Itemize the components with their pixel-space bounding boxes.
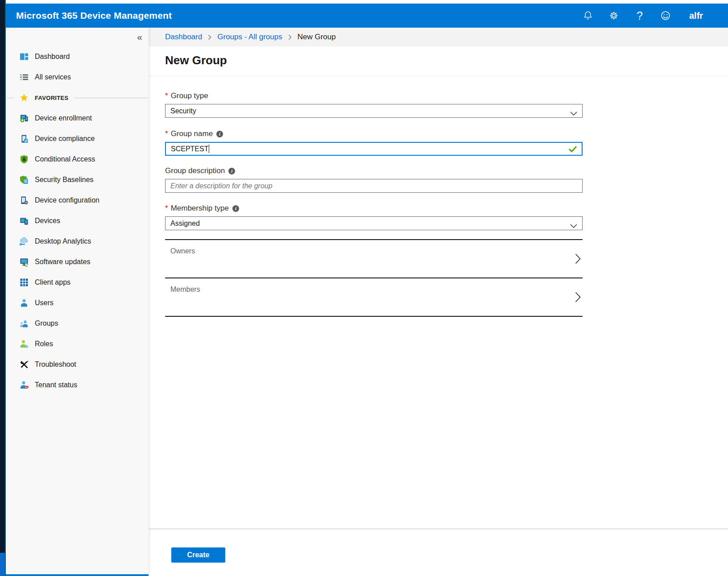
- portal-edge-strip-bottom: [0, 553, 5, 576]
- account-user-name[interactable]: alfr: [689, 11, 728, 21]
- group-type-value: Security: [170, 107, 196, 115]
- device-enrollment-icon: [19, 113, 29, 124]
- sidebar-item-label: Users: [35, 299, 54, 307]
- sidebar-item-device-enrollment[interactable]: Device enrollment: [7, 108, 149, 128]
- sidebar-item-label: Software updates: [35, 258, 91, 266]
- sidebar-item-label: Tenant status: [35, 381, 77, 389]
- sidebar: « Dashboard: [7, 28, 149, 574]
- star-icon: [19, 93, 29, 103]
- help-icon[interactable]: ?: [627, 4, 653, 28]
- chevron-down-icon: [570, 109, 577, 117]
- group-name-field: * Group name i SCEPTEST: [165, 129, 583, 156]
- info-icon[interactable]: i: [216, 131, 223, 137]
- chevron-right-icon: [575, 292, 581, 304]
- group-description-label: Group description i: [165, 166, 583, 175]
- client-apps-icon: [19, 278, 29, 288]
- sidebar-item-label: Device enrollment: [35, 114, 92, 122]
- app-title[interactable]: Microsoft 365 Device Management: [16, 10, 172, 21]
- required-asterisk: *: [165, 129, 168, 138]
- groups-icon: [19, 319, 29, 329]
- sidebar-item-conditional-access[interactable]: Conditional Access: [7, 149, 149, 170]
- sidebar-item-device-compliance[interactable]: Device compliance: [7, 128, 149, 149]
- text-caret: [209, 145, 209, 153]
- sidebar-item-groups[interactable]: Groups: [7, 313, 149, 334]
- sidebar-item-all-services[interactable]: All services: [7, 67, 149, 87]
- membership-type-value: Assigned: [170, 220, 200, 228]
- sidebar-item-label: All services: [35, 73, 71, 81]
- users-icon: [19, 298, 29, 308]
- feedback-smiley-icon[interactable]: [653, 4, 678, 28]
- group-description-placeholder: Enter a description for the group: [170, 182, 273, 190]
- troubleshoot-icon: [19, 360, 29, 370]
- sidebar-bottom-accent: [0, 574, 149, 576]
- sidebar-item-desktop-analytics[interactable]: Desktop Analytics: [7, 231, 149, 252]
- group-type-select[interactable]: Security: [165, 104, 583, 118]
- devices-icon: [19, 216, 29, 226]
- membership-type-label: * Membership type i: [165, 204, 583, 213]
- info-icon[interactable]: i: [228, 168, 235, 174]
- sidebar-item-label: Roles: [35, 340, 53, 348]
- roles-icon: [19, 339, 29, 349]
- membership-type-select[interactable]: Assigned: [165, 216, 583, 230]
- group-type-field: * Group type Security: [165, 91, 583, 118]
- sidebar-item-tenant-status[interactable]: Tenant status: [7, 375, 149, 395]
- sidebar-item-label: Device configuration: [35, 196, 99, 204]
- breadcrumb-groups-all-groups[interactable]: Groups - All groups: [217, 33, 282, 41]
- chevron-down-icon: [570, 222, 577, 230]
- sidebar-item-client-apps[interactable]: Client apps: [7, 272, 149, 293]
- group-type-label: * Group type: [165, 91, 583, 100]
- settings-gear-icon[interactable]: [601, 4, 627, 28]
- notifications-bell-icon[interactable]: [575, 4, 601, 28]
- owners-row[interactable]: Owners: [165, 239, 583, 278]
- sidebar-section-favorites: FAVORITES: [7, 87, 149, 108]
- page-title: New Group: [165, 54, 227, 67]
- required-asterisk: *: [165, 204, 168, 213]
- group-description-input[interactable]: Enter a description for the group: [165, 179, 583, 193]
- device-compliance-icon: [19, 134, 29, 144]
- sidebar-item-label: Dashboard: [35, 53, 70, 61]
- top-app-bar: Microsoft 365 Device Management ?: [0, 4, 728, 28]
- sidebar-item-security-baselines[interactable]: Security Baselines: [7, 170, 149, 190]
- main-content: Dashboard Groups - All groups New Group …: [149, 28, 728, 576]
- members-row[interactable]: Members: [165, 278, 583, 316]
- all-services-icon: [19, 72, 29, 83]
- sidebar-collapse-icon[interactable]: «: [137, 32, 142, 41]
- sidebar-item-software-updates[interactable]: Software updates: [7, 252, 149, 272]
- sidebar-item-label: Client apps: [35, 278, 70, 286]
- create-button[interactable]: Create: [171, 547, 225, 563]
- tenant-status-icon: [19, 380, 29, 390]
- sidebar-item-devices[interactable]: Devices: [7, 211, 149, 231]
- group-name-input[interactable]: SCEPTEST: [165, 142, 583, 156]
- members-label: Members: [170, 286, 200, 294]
- sidebar-item-label: Troubleshoot: [35, 361, 76, 369]
- sidebar-item-label: Groups: [35, 319, 58, 327]
- chevron-right-icon: [208, 34, 211, 40]
- chevron-right-icon: [575, 253, 581, 266]
- footer-divider: [149, 529, 728, 529]
- sidebar-item-label: Device compliance: [35, 135, 95, 143]
- header-divider: [149, 76, 728, 76]
- sidebar-item-device-configuration[interactable]: Device configuration: [7, 190, 149, 211]
- sidebar-item-troubleshoot[interactable]: Troubleshoot: [7, 354, 149, 375]
- chevron-right-icon: [288, 34, 292, 40]
- security-baselines-icon: [19, 175, 29, 185]
- required-asterisk: *: [165, 91, 168, 100]
- sidebar-item-label: Security Baselines: [35, 176, 94, 184]
- sidebar-item-label: Conditional Access: [35, 155, 95, 163]
- software-updates-icon: [19, 257, 29, 267]
- breadcrumb-current: New Group: [298, 33, 336, 41]
- sidebar-item-users[interactable]: Users: [7, 293, 149, 313]
- portal-edge-strip: [0, 0, 6, 576]
- desktop-analytics-icon: [19, 236, 29, 247]
- sidebar-item-dashboard[interactable]: Dashboard: [7, 46, 149, 67]
- breadcrumb-dashboard[interactable]: Dashboard: [165, 33, 202, 41]
- dashboard-icon: [19, 52, 29, 62]
- sidebar-section-label: FAVORITES: [35, 95, 68, 101]
- group-name-label: * Group name i: [165, 129, 583, 138]
- membership-type-field: * Membership type i Assigned: [165, 204, 583, 230]
- sidebar-item-roles[interactable]: Roles: [7, 334, 149, 354]
- device-configuration-icon: [19, 195, 29, 206]
- owners-label: Owners: [170, 247, 195, 255]
- breadcrumb: Dashboard Groups - All groups New Group: [149, 28, 728, 46]
- info-icon[interactable]: i: [232, 205, 239, 212]
